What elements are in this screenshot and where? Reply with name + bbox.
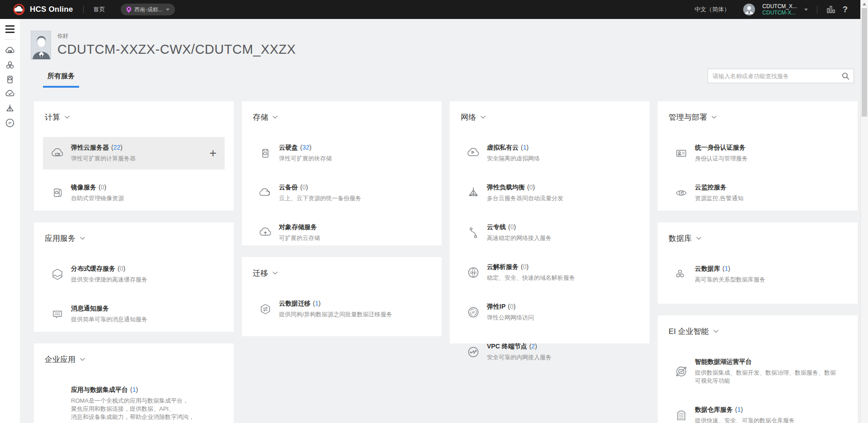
service-item-obs[interactable]: 对象存储服务 可扩展的云存储 (251, 216, 433, 249)
left-sidebar: IP (0, 19, 20, 423)
help-icon[interactable]: ? (843, 5, 848, 14)
region-selector[interactable]: 西南-成都... (121, 4, 175, 15)
section-title: 迁移 (253, 268, 268, 278)
section-header-ei[interactable]: EI 企业智能 (658, 315, 858, 337)
account-menu[interactable]: CDUTCM_X... CDUTCM-X... (762, 3, 797, 16)
service-item-dws[interactable]: 数据仓库服务 (1) 提供快速、安全、可靠的数据仓库服务 (667, 399, 849, 423)
service-desc: 安全隔离的虚拟网络 (487, 155, 540, 163)
service-item-ecs[interactable]: 弹性云服务器 (22) 弹性可扩展的计算服务器 + (43, 137, 225, 169)
cloud-server-icon (5, 45, 15, 56)
service-desc: 提供同构/异构数据源之间批量数据迁移服务 (279, 310, 392, 319)
service-item-ims[interactable]: 镜像服务 (0) 自助式管理镜像资源 (43, 177, 225, 209)
language-switch[interactable]: 中文（简体） (694, 5, 730, 14)
section-header-app-services[interactable]: 应用服务 (34, 222, 234, 244)
chevron-down-icon[interactable] (804, 9, 808, 11)
sidebar-item-elb[interactable] (0, 101, 20, 116)
section-header-database[interactable]: 数据库 (658, 222, 858, 244)
service-item-dc[interactable]: 云专线 (0) 高速稳定的网络接入服务 (459, 216, 641, 249)
service-desc: 提供数据集成、数据开发、数据治理、数据服务、数据可视化等功能 (695, 369, 841, 385)
section-header-enterprise-apps[interactable]: 企业应用 (34, 343, 234, 365)
service-name: 弹性负载均衡 (487, 183, 525, 192)
service-name: 弹性云服务器 (71, 144, 109, 152)
add-icon[interactable]: + (209, 147, 217, 160)
section-title: 计算 (45, 112, 60, 122)
ecs-icon (50, 146, 65, 160)
section-header-management[interactable]: 管理与部署 (658, 101, 858, 122)
datalake-icon (674, 364, 689, 379)
service-item-dcs[interactable]: 分布式缓存服务 (0) 提供安全便捷的高速缓存服务 (43, 258, 225, 291)
monitor-chart-icon[interactable] (826, 5, 835, 14)
sidebar-item-evs[interactable] (0, 72, 20, 87)
rds-icon (674, 267, 689, 282)
service-desc: 提供简单可靠的消息通知服务 (71, 315, 147, 324)
dc-icon (466, 226, 481, 240)
service-item-elb[interactable]: 弹性负载均衡 (0) 多台云服务器间自动流量分发 (459, 177, 641, 209)
service-item-rds[interactable]: 云数据库 (1) 高可靠的关系型数据库服务 (667, 258, 849, 291)
service-count: 32 (302, 144, 310, 151)
divider (817, 6, 817, 13)
service-desc: 身份认证与管理服务 (695, 155, 748, 163)
sidebar-item-backup[interactable] (0, 87, 20, 101)
service-desc: 可扩展的云存储 (279, 234, 320, 242)
account-name: CDUTCM_X... (762, 3, 797, 9)
search-input[interactable] (708, 73, 842, 80)
service-item-datalake[interactable]: 智能数据湖运营平台 提供数据集成、数据开发、数据治理、数据服务、数据可视化等功能 (667, 351, 849, 392)
chevron-down-icon (80, 237, 85, 240)
tab-all-services[interactable]: 所有服务 (43, 72, 79, 88)
service-item-cbr[interactable]: 云备份 (0) 云上、云下资源的统一备份服务 (251, 177, 433, 209)
service-name: 云数据库 (695, 265, 720, 273)
service-item-vpcep[interactable]: VPC 终端节点 (2) 安全可靠的内网接入服务 (459, 336, 641, 368)
service-desc: 高速稳定的网络接入服务 (487, 234, 552, 242)
scrollbar-thumb[interactable] (862, 8, 867, 117)
avatar[interactable] (743, 4, 755, 15)
service-item-eip[interactable]: IP 弹性IP (0) 弹性公网网络访问 (459, 296, 641, 329)
scroll-up-arrow-icon[interactable] (863, 3, 866, 5)
sidebar-item-eip[interactable]: IP (0, 116, 20, 130)
service-item-evs[interactable]: 云硬盘 (32) 弹性可扩展的块存储 (251, 137, 433, 169)
service-name: 云数据迁移 (279, 300, 311, 308)
service-item-smn[interactable]: 消息通知服务 提供简单可靠的消息通知服务 (43, 298, 225, 330)
sidebar-item-ecs[interactable] (0, 43, 20, 58)
cbr-icon (258, 186, 273, 200)
chevron-down-icon (65, 116, 70, 119)
vpc-icon (466, 146, 481, 160)
svg-text:IP: IP (8, 121, 11, 125)
service-name: 应用与数据集成平台 (71, 386, 128, 394)
home-link[interactable]: 首页 (94, 5, 105, 14)
service-item-ces[interactable]: 云监控服务 资源监控,告警通知 (667, 177, 849, 209)
service-item-vpc[interactable]: 虚拟私有云 (1) 安全隔离的虚拟网络 (459, 137, 641, 169)
service-name: 对象存储服务 (279, 223, 317, 231)
card-compute: 计算 弹性云服务器 (22) 弹性可扩展的计算服务器 (34, 101, 234, 211)
service-item-iam[interactable]: 统一身份认证服务 身份认证与管理服务 (667, 137, 849, 169)
service-desc: 弹性可扩展的计算服务器 (71, 155, 136, 163)
service-item-dns[interactable]: DNS 云解析服务 (0) 稳定、安全、快速的域名解析服务 (459, 256, 641, 289)
section-title: 应用服务 (45, 233, 75, 244)
card-migration: 迁移 云数据迁移 (1) 提供同构/异构数据源之间批量数据迁 (242, 257, 442, 336)
service-desc: 稳定、安全、快速的域名解析服务 (487, 274, 575, 282)
grid-column-3: 网络 虚拟私有云 (1) 安全隔离的虚拟网络 (450, 101, 650, 423)
service-name: 消息通知服务 (71, 305, 109, 313)
disk-icon (5, 74, 15, 85)
menu-icon[interactable] (5, 25, 14, 33)
section-title: 存储 (253, 112, 268, 122)
sidebar-item-cluster[interactable] (0, 58, 20, 72)
service-search[interactable] (708, 69, 854, 83)
service-name: 统一身份认证服务 (695, 144, 745, 152)
service-item-cdm[interactable]: 云数据迁移 (1) 提供同构/异构数据源之间批量数据迁移服务 (251, 293, 433, 325)
page-title: CDUTCM-XXZX-CWX/CDUTCM_XXZX (57, 42, 296, 57)
section-header-network[interactable]: 网络 (450, 101, 650, 122)
section-header-migration[interactable]: 迁移 (242, 257, 442, 278)
search-icon[interactable] (842, 72, 849, 80)
chevron-down-icon (712, 116, 717, 119)
section-header-compute[interactable]: 计算 (34, 101, 234, 122)
dns-icon: DNS (466, 265, 481, 280)
account-tenant: CDUTCM-X... (762, 9, 797, 16)
service-item-roma[interactable]: 应用与数据集成平台 (1) ROMA是一个全栈式的应用与数据集成平台， 聚焦应用… (43, 379, 225, 423)
service-desc: 资源监控,告警通知 (695, 194, 744, 202)
region-label: 西南-成都... (135, 6, 163, 14)
card-database: 数据库 云数据库 (1) 高可靠的关系型数据库服务 (658, 222, 858, 304)
service-desc: 自助式管理镜像资源 (71, 194, 124, 202)
vertical-scrollbar[interactable] (860, 0, 868, 423)
section-header-storage[interactable]: 存储 (242, 101, 442, 122)
brand[interactable]: HCS Online (13, 3, 73, 16)
